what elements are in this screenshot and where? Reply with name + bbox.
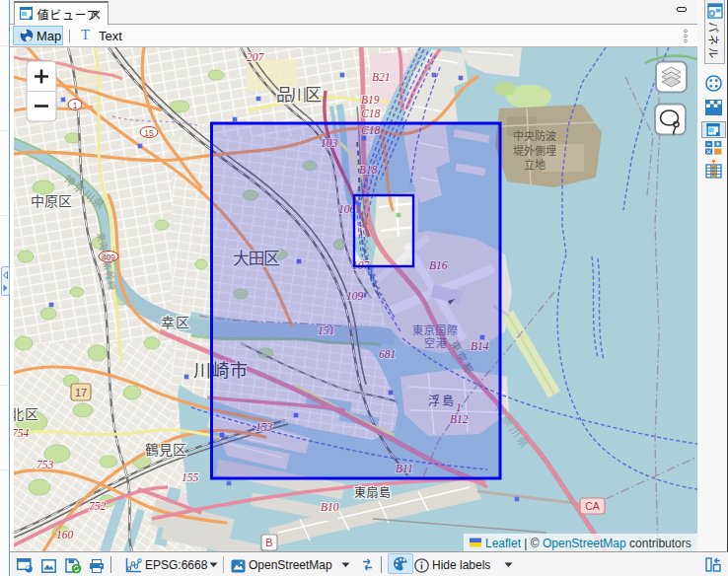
svg-text:Leaflet | © OpenStreetMap cont: Leaflet | © OpenStreetMap contributors bbox=[485, 537, 692, 550]
svg-text:160: 160 bbox=[56, 529, 74, 540]
svg-text:17: 17 bbox=[75, 387, 87, 398]
svg-text:754: 754 bbox=[14, 427, 30, 439]
svg-text:B19: B19 bbox=[361, 94, 380, 106]
svg-text:B10: B10 bbox=[321, 501, 339, 513]
svg-text:753: 753 bbox=[36, 459, 54, 470]
svg-text:立地: 立地 bbox=[524, 158, 546, 171]
svg-text:中原区: 中原区 bbox=[31, 193, 72, 209]
svg-text:東扇島: 東扇島 bbox=[354, 485, 391, 500]
svg-text:中央防波: 中央防波 bbox=[513, 129, 556, 142]
svg-text:品川区: 品川区 bbox=[276, 86, 322, 105]
svg-text:CA: CA bbox=[585, 500, 600, 512]
svg-text:752: 752 bbox=[89, 500, 107, 512]
svg-text:B: B bbox=[265, 537, 272, 548]
svg-text:15: 15 bbox=[144, 128, 154, 138]
svg-text:155: 155 bbox=[182, 471, 199, 483]
svg-text:鶴見区: 鶴見区 bbox=[145, 442, 186, 458]
svg-text:C18: C18 bbox=[361, 108, 380, 119]
svg-text:B21: B21 bbox=[372, 71, 391, 83]
svg-text:北区: 北区 bbox=[14, 406, 38, 422]
svg-text:1: 1 bbox=[73, 101, 78, 110]
svg-text:207: 207 bbox=[247, 51, 265, 63]
svg-text:幸区: 幸区 bbox=[161, 315, 189, 330]
svg-text:堤外側埋: 堤外側埋 bbox=[513, 145, 556, 157]
